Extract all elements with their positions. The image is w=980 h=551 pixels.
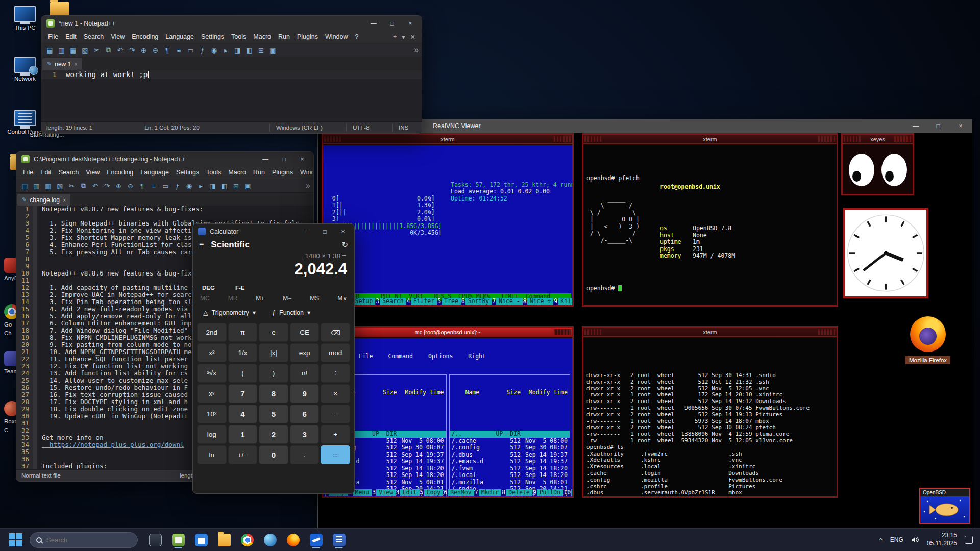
title-bar[interactable]: Calculator —□× — [193, 224, 354, 239]
mc-terminal[interactable]: LeftFileCommandOptionsRight NameSizeModi… — [323, 338, 572, 496]
toolbar-icon[interactable]: ⊖ — [125, 181, 136, 191]
calculator-key[interactable]: 5 — [259, 405, 288, 423]
taskbar-app-microsoft-store[interactable] — [192, 531, 210, 549]
menu-item[interactable]: View — [107, 32, 128, 41]
start-button[interactable] — [8, 532, 23, 547]
toolbar-icon[interactable]: ↶ — [90, 181, 101, 191]
calculator-key[interactable]: 2nd — [197, 323, 227, 342]
title-bar[interactable]: C:\Program Files\Notepad++\change.log - … — [16, 152, 313, 166]
taskbar-app-chrome[interactable] — [238, 531, 256, 549]
htop-screen-tab[interactable]: Main — [323, 271, 572, 280]
memory-button[interactable]: MS — [310, 295, 319, 302]
toolbar-icon[interactable]: ▦ — [68, 45, 79, 56]
shell-terminal[interactable]: drwxr-xr-x 2 root wheel 512 Sep 30 14:31… — [583, 338, 837, 496]
toolbar-icon[interactable]: ▤ — [19, 181, 30, 191]
toolbar-icon[interactable]: ▥ — [31, 181, 42, 191]
toolbar-icon[interactable]: ↶ — [115, 45, 126, 56]
window-control-button[interactable]: × — [949, 119, 972, 133]
window-control-button[interactable]: — — [904, 119, 927, 133]
toolbar-icon[interactable]: ▭ — [185, 45, 196, 56]
toolbar-icon[interactable]: ◨ — [207, 181, 218, 191]
toolbar-icon[interactable]: ◉ — [209, 45, 219, 56]
pfetch-terminal[interactable]: openbsd# pfetch _____ \- -/ \_/ \ | O O … — [583, 145, 837, 305]
mc-file-row[interactable]: /.fvwm512Sep 14 18:20 — [450, 465, 570, 472]
calculator-mode-title[interactable]: Scientific — [211, 240, 250, 250]
calculator-key[interactable]: CE — [290, 323, 320, 342]
toolbar-overflow-icon[interactable]: » — [306, 181, 310, 190]
toolbar-icon[interactable]: ⊕ — [113, 181, 124, 191]
calculator-key[interactable]: 1 — [228, 425, 258, 444]
toolbar-icon[interactable]: ƒ — [172, 181, 183, 191]
taskbar-app-realvnc[interactable] — [307, 531, 325, 549]
menu-item[interactable]: Macro — [225, 168, 250, 177]
tab-control-button[interactable]: ✕ — [410, 33, 415, 41]
menu-item[interactable]: Plugins — [268, 168, 297, 177]
remote-title-bar[interactable]: xeyes — [843, 135, 913, 144]
xterm-mc-window[interactable]: mc [root@openbsd.unix]:~ LeftFileCommand… — [322, 326, 574, 498]
calculator-key[interactable]: n! — [290, 364, 320, 383]
memory-button[interactable]: M+ — [256, 295, 264, 302]
toolbar-icon[interactable]: ≡ — [174, 45, 184, 56]
mc-file-row[interactable]: /.config512Sep 30 08:07 — [450, 444, 570, 452]
calculator-key[interactable]: + — [321, 425, 350, 444]
toolbar-icon[interactable]: ▣ — [242, 181, 253, 191]
window-control-button[interactable]: □ — [275, 152, 293, 166]
function-key[interactable]: 5Tree — [437, 298, 461, 305]
memory-button[interactable]: M− — [283, 295, 291, 302]
toolbar-icon[interactable]: ¶ — [137, 181, 148, 191]
taskbar-app-notepad-plus-plus[interactable] — [169, 531, 187, 549]
toolbar-icon[interactable]: ▥ — [56, 45, 67, 56]
toolbar-icon[interactable]: ↷ — [127, 45, 137, 56]
calculator-key[interactable]: 7 — [228, 384, 258, 403]
function-key[interactable]: 8Nice + — [523, 298, 553, 305]
memory-button[interactable]: M∨ — [337, 295, 347, 302]
calculator-key[interactable]: 3 — [290, 425, 320, 444]
calculator-key[interactable]: π — [228, 323, 258, 342]
taskbar-app-edge[interactable] — [261, 531, 279, 549]
mc-file-row[interactable]: /.emacs.d512Sep 14 19:37 — [450, 458, 570, 465]
calculator-key[interactable]: 9 — [290, 384, 320, 403]
window-control-button[interactable]: □ — [315, 224, 334, 238]
calculator-key[interactable]: 6 — [290, 405, 320, 423]
editor-area[interactable]: 1working at work! ;p — [41, 70, 422, 121]
calculator-key[interactable]: ( — [228, 364, 258, 383]
toolbar-icon[interactable]: ⧉ — [103, 45, 114, 56]
function-key[interactable]: 4Filter — [406, 298, 437, 305]
remote-title-bar[interactable]: mc [root@openbsd.unix]:~ — [323, 328, 572, 337]
tab-close-icon[interactable]: × — [74, 61, 77, 67]
calculator-key[interactable]: ÷ — [321, 364, 350, 383]
hamburger-menu-icon[interactable]: ≡ — [199, 240, 204, 249]
status-eol[interactable]: Windows (CR LF) — [270, 124, 346, 132]
function-key[interactable]: 4Edit — [396, 489, 420, 496]
function-key[interactable]: 6RenMov — [443, 489, 474, 496]
history-icon[interactable]: ↻ — [341, 240, 348, 249]
mc-menu-item[interactable]: Right — [468, 353, 486, 360]
xterm-pfetch-window[interactable]: xterm openbsd# pfetch _____ \- -/ \_/ \ … — [582, 133, 838, 307]
toolbar-icon[interactable]: ▤ — [44, 45, 55, 56]
calculator-key[interactable]: ⌫ — [321, 323, 350, 342]
toolbar-icon[interactable]: ƒ — [197, 45, 208, 56]
window-control-button[interactable]: □ — [383, 16, 401, 30]
mc-menu-item[interactable]: Options — [428, 353, 453, 360]
calculator-key[interactable]: +/− — [228, 445, 258, 464]
mc-menu-item[interactable]: File — [359, 353, 373, 360]
toolbar-icon[interactable]: ▭ — [160, 181, 171, 191]
window-control-button[interactable]: □ — [927, 119, 949, 133]
xclock-window[interactable] — [843, 208, 928, 298]
toolbar-icon[interactable]: ⊞ — [256, 45, 266, 56]
toolbar-icon[interactable]: ▦ — [43, 181, 54, 191]
remote-title-bar[interactable]: xterm — [323, 135, 572, 144]
function-key[interactable]: 9Kill — [553, 298, 572, 305]
mc-file-row[interactable]: /.mozilla512Nov 5 08:01 — [450, 479, 570, 486]
toolbar-icon[interactable]: ⧉ — [78, 181, 89, 191]
function-dropdown[interactable]: ƒ Function ▾ — [267, 306, 315, 319]
fe-button[interactable]: F-E — [235, 285, 245, 291]
htop-terminal[interactable]: 0[ 0.0%] 1[| 1.3%] 2[|| 2.0%] 3[ 0.0%] M… — [323, 145, 572, 305]
toolbar-icon[interactable]: ⊖ — [150, 45, 161, 56]
menu-item[interactable]: View — [82, 168, 103, 177]
toolbar-icon[interactable]: ≡ — [149, 181, 159, 191]
mc-column-headers[interactable]: NameSizeModify time — [450, 389, 570, 396]
toolbar-icon[interactable]: ◨ — [232, 45, 243, 56]
window-control-button[interactable]: × — [334, 224, 352, 238]
status-encoding[interactable]: UTF-8 — [346, 124, 392, 132]
